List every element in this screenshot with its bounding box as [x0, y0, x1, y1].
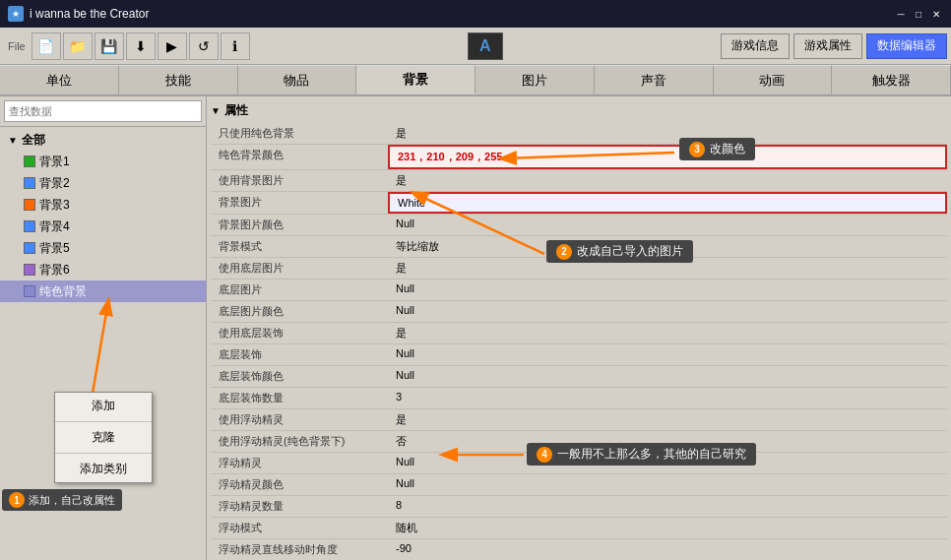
context-add-category[interactable]: 添加类别 [55, 456, 152, 482]
tree-label-bg1: 背景1 [39, 154, 70, 170]
color-dot-solid-bg [24, 285, 35, 297]
game-info-button[interactable]: 游戏信息 [721, 33, 790, 59]
tree-item-bg2[interactable]: 背景2 [0, 172, 206, 194]
color-dot-bg6 [24, 264, 35, 276]
toolbar-info[interactable]: ℹ [221, 32, 250, 60]
prop-value-14[interactable]: 否 [388, 431, 947, 452]
toolbar-refresh[interactable]: ↺ [189, 32, 219, 60]
prop-value-9[interactable]: 是 [388, 323, 947, 343]
prop-name-9: 使用底层装饰 [211, 323, 388, 343]
prop-value-18[interactable]: 随机 [388, 518, 947, 538]
tree-item-solid-bg[interactable]: 纯色背景 [0, 280, 206, 302]
prop-row-0: 只使用纯色背景 是 [211, 123, 947, 145]
prop-name-1: 纯色背景颜色 [211, 145, 388, 169]
prop-row-10: 底层装饰 Null [211, 344, 947, 366]
tab-animation[interactable]: 动画 [714, 65, 833, 94]
prop-value-10[interactable]: Null [388, 344, 947, 365]
prop-name-2: 使用背景图片 [211, 170, 388, 191]
prop-name-0: 只使用纯色背景 [211, 123, 388, 144]
prop-name-5: 背景模式 [211, 236, 388, 257]
prop-value-5[interactable]: 等比缩放 [388, 236, 947, 257]
window-controls: ─ □ ✕ [894, 7, 943, 21]
context-divider-1 [55, 421, 152, 422]
prop-name-13: 使用浮动精灵 [211, 409, 388, 430]
data-editor-button[interactable]: 数据编辑器 [866, 33, 947, 59]
title-bar-left: ★ i wanna be the Creator [8, 6, 149, 22]
prop-value-4[interactable]: Null [388, 215, 947, 235]
prop-value-12[interactable]: 3 [388, 388, 947, 408]
toolbar-download[interactable]: ⬇ [126, 32, 156, 60]
prop-row-8: 底层图片颜色 Null [211, 301, 947, 323]
prop-table: 只使用纯色背景 是 纯色背景颜色 231，210，209，255 使用背景图片 … [211, 123, 947, 560]
prop-row-1: 纯色背景颜色 231，210，209，255 [211, 145, 947, 170]
prop-row-12: 底层装饰数量 3 [211, 388, 947, 409]
prop-value-8[interactable]: Null [388, 301, 947, 322]
prop-name-11: 底层装饰颜色 [211, 366, 388, 387]
prop-value-16[interactable]: Null [388, 474, 947, 495]
search-input[interactable] [4, 100, 202, 122]
panel-header: ▼ 属性 [211, 100, 947, 123]
prop-row-2: 使用背景图片 是 [211, 170, 947, 192]
prop-value-15[interactable]: Null [388, 453, 947, 473]
prop-value-3[interactable]: White [388, 192, 947, 214]
prop-row-9: 使用底层装饰 是 [211, 323, 947, 344]
prop-value-7[interactable]: Null [388, 280, 947, 300]
minimize-button[interactable]: ─ [894, 7, 908, 21]
tab-sound[interactable]: 声音 [595, 65, 714, 94]
app-icon: ★ [8, 6, 24, 22]
prop-value-2[interactable]: 是 [388, 170, 947, 191]
toolbar: File 📄 📁 💾 ⬇ ▶ ↺ ℹ A 游戏信息 游戏属性 数据编辑器 [0, 28, 951, 65]
tree-item-bg6[interactable]: 背景6 [0, 259, 206, 280]
game-props-button[interactable]: 游戏属性 [793, 33, 862, 59]
prop-value-11[interactable]: Null [388, 366, 947, 387]
prop-row-7: 底层图片 Null [211, 280, 947, 301]
tree-item-bg3[interactable]: 背景3 [0, 194, 206, 216]
prop-value-17[interactable]: 8 [388, 496, 947, 517]
panel-title: 属性 [224, 102, 248, 119]
prop-row-4: 背景图片颜色 Null [211, 215, 947, 236]
toolbar-play[interactable]: ▶ [158, 32, 187, 60]
tree-label-solid-bg: 纯色背景 [39, 283, 87, 300]
tab-units[interactable]: 单位 [0, 65, 119, 94]
color-dot-bg3 [24, 199, 35, 211]
maximize-button[interactable]: □ [912, 7, 925, 21]
panel-arrow: ▼ [211, 105, 221, 116]
prop-name-16: 浮动精灵颜色 [211, 474, 388, 495]
tree-item-bg4[interactable]: 背景4 [0, 216, 206, 237]
toolbar-save[interactable]: 💾 [95, 32, 124, 60]
tree-label-bg3: 背景3 [39, 197, 70, 214]
prop-name-6: 使用底层图片 [211, 258, 388, 279]
tab-bar: 单位 技能 物品 背景 图片 声音 动画 触发器 [0, 65, 951, 96]
tab-skills[interactable]: 技能 [119, 65, 238, 94]
tree-item-bg1[interactable]: 背景1 [0, 151, 206, 172]
prop-value-19[interactable]: -90 [388, 539, 947, 560]
prop-value-6[interactable]: 是 [388, 258, 947, 279]
tree-item-root[interactable]: ▼ 全部 [0, 129, 206, 151]
context-clone[interactable]: 克隆 [55, 424, 152, 451]
toolbar-open[interactable]: 📁 [63, 32, 93, 60]
app-logo: A [468, 32, 503, 60]
tab-images[interactable]: 图片 [476, 65, 595, 94]
prop-value-0[interactable]: 是 [388, 123, 947, 144]
prop-value-1[interactable]: 231，210，209，255 [388, 145, 947, 169]
tree-item-bg5[interactable]: 背景5 [0, 237, 206, 259]
prop-name-4: 背景图片颜色 [211, 215, 388, 235]
tab-items[interactable]: 物品 [238, 65, 357, 94]
toolbar-new[interactable]: 📄 [32, 32, 61, 60]
prop-name-3: 背景图片 [211, 192, 388, 214]
context-add[interactable]: 添加 [55, 393, 152, 419]
title-bar: ★ i wanna be the Creator ─ □ ✕ [0, 0, 951, 28]
tab-background[interactable]: 背景 [356, 65, 476, 94]
window-title: i wanna be the Creator [30, 7, 149, 21]
context-menu: 添加 克隆 添加类别 [54, 392, 153, 483]
close-button[interactable]: ✕ [929, 7, 943, 21]
color-dot-bg5 [24, 242, 35, 254]
tree-label-root: 全部 [22, 132, 45, 149]
file-label: File [4, 40, 30, 52]
prop-value-13[interactable]: 是 [388, 409, 947, 430]
tab-trigger[interactable]: 触发器 [832, 65, 951, 94]
prop-row-13: 使用浮动精灵 是 [211, 409, 947, 431]
prop-row-18: 浮动模式 随机 [211, 518, 947, 539]
prop-row-3: 背景图片 White [211, 192, 947, 215]
toolbar-left: File 📄 📁 💾 ⬇ ▶ ↺ ℹ [4, 32, 250, 60]
